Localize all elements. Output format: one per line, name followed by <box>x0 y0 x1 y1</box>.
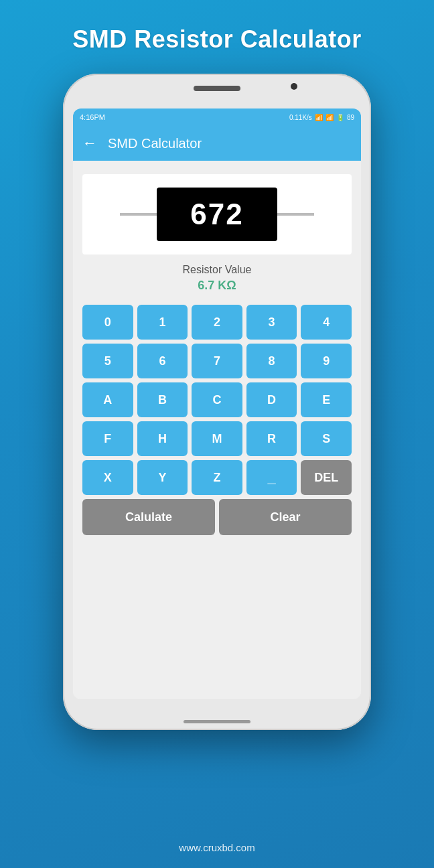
key-x-button[interactable]: X <box>82 460 133 495</box>
key-b-button[interactable]: B <box>137 382 188 417</box>
value-label: Resistor Value <box>183 264 252 276</box>
phone-screen: 4:16PM 0.11K/s 📶 📶 🔋 89 ← SMD Calculator… <box>73 108 361 699</box>
resistor-code: 672 <box>190 198 243 231</box>
app-bar: ← SMD Calculator <box>73 126 361 161</box>
key-5-button[interactable]: 5 <box>82 344 133 378</box>
key-4-button[interactable]: 4 <box>301 305 352 340</box>
key-f-button[interactable]: F <box>82 421 133 456</box>
key-3-button[interactable]: 3 <box>246 305 297 340</box>
status-right: 0.11K/s 📶 📶 🔋 89 <box>289 114 354 121</box>
key-z-button[interactable]: Z <box>192 460 242 495</box>
key-a-button[interactable]: A <box>82 382 133 417</box>
key-del-button[interactable]: DEL <box>301 460 352 495</box>
wifi-icon: 📶 <box>315 114 323 121</box>
network-speed: 0.11K/s <box>289 114 312 121</box>
key-7-button[interactable]: 7 <box>192 344 242 378</box>
value-section: Resistor Value 6.7 KΩ <box>183 264 252 293</box>
battery-level: 89 <box>347 114 354 121</box>
key-_-button[interactable]: _ <box>246 460 297 495</box>
phone-top <box>63 74 371 108</box>
action-row: Calulate Clear <box>82 499 352 535</box>
value-result: 6.7 KΩ <box>183 279 252 293</box>
key-c-button[interactable]: C <box>192 382 242 417</box>
key-1-button[interactable]: 1 <box>137 305 188 340</box>
key-r-button[interactable]: R <box>246 421 297 456</box>
back-button[interactable]: ← <box>82 135 97 152</box>
phone-bottom <box>184 713 250 730</box>
key-0-button[interactable]: 0 <box>82 305 133 340</box>
key-e-button[interactable]: E <box>301 382 352 417</box>
signal-icon: 📶 <box>326 114 334 121</box>
page-title: SMD Resistor Calculator <box>72 25 362 54</box>
keypad-row-2: ABCDE <box>82 382 352 417</box>
keypad-row-3: FHMRS <box>82 421 352 456</box>
key-y-button[interactable]: Y <box>137 460 188 495</box>
status-time: 4:16PM <box>80 113 105 121</box>
key-2-button[interactable]: 2 <box>192 305 242 340</box>
app-bar-title: SMD Calculator <box>108 136 202 151</box>
key-8-button[interactable]: 8 <box>246 344 297 378</box>
resistor-display: 672 <box>82 174 352 255</box>
calculate-button[interactable]: Calulate <box>82 499 215 535</box>
status-bar: 4:16PM 0.11K/s 📶 📶 🔋 89 <box>73 108 361 126</box>
key-s-button[interactable]: S <box>301 421 352 456</box>
key-9-button[interactable]: 9 <box>301 344 352 378</box>
keypad-row-4: XYZ_DEL <box>82 460 352 495</box>
speaker <box>194 86 240 91</box>
footer: www.cruxbd.com <box>179 842 255 868</box>
key-d-button[interactable]: D <box>246 382 297 417</box>
phone-frame: 4:16PM 0.11K/s 📶 📶 🔋 89 ← SMD Calculator… <box>63 74 371 730</box>
lead-right <box>277 213 314 216</box>
keypad-row-1: 56789 <box>82 344 352 378</box>
lead-left <box>120 213 157 216</box>
key-h-button[interactable]: H <box>137 421 188 456</box>
keypad: 0123456789ABCDEFHMRSXYZ_DEL <box>82 305 352 495</box>
home-indicator <box>184 720 250 723</box>
key-6-button[interactable]: 6 <box>137 344 188 378</box>
keypad-row-0: 01234 <box>82 305 352 340</box>
screen-content: 672 Resistor Value 6.7 KΩ 0123456789ABCD… <box>73 161 361 699</box>
camera <box>291 83 297 90</box>
battery-icon: 🔋 <box>336 114 344 121</box>
key-m-button[interactable]: M <box>192 421 242 456</box>
resistor-body: 672 <box>157 188 277 241</box>
clear-button[interactable]: Clear <box>219 499 352 535</box>
